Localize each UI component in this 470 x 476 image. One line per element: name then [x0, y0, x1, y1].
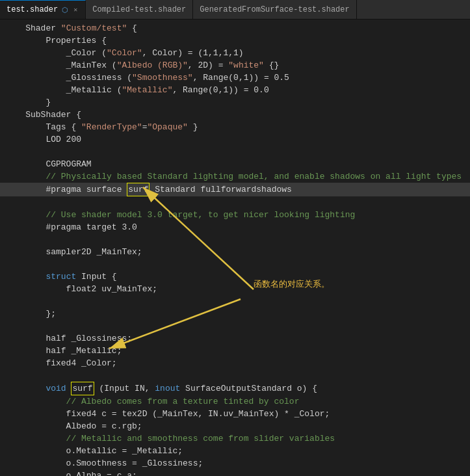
code-line: [0, 295, 470, 308]
code-line: fixed4 _Color;: [0, 357, 470, 369]
tab-icon: ⬡: [62, 6, 68, 14]
code-line: };: [0, 308, 470, 320]
code-line: #pragma target 3.0: [0, 221, 470, 233]
code-line: // Physically based Standard lighting mo…: [0, 170, 470, 183]
code-line: o.Alpha = c.a;: [0, 469, 470, 476]
code-line: half _Metallic;: [0, 345, 470, 357]
tab-label: GeneratedFromSurface-test.shader: [200, 5, 349, 14]
code-line: [0, 146, 470, 158]
code-line: // Use shader model 3.0 target, to get n…: [0, 209, 470, 221]
code-line: _MainTex ("Albedo (RGB)", 2D) = "white" …: [0, 59, 470, 72]
code-line: [0, 196, 470, 209]
code-line: o.Smoothness = _Glossiness;: [0, 457, 470, 469]
code-line: struct Input {: [0, 271, 470, 283]
code-line: // Albedo comes from a texture tinted by…: [0, 395, 470, 408]
code-line-pragma-surface: #pragma surface surf Standard fullforwar…: [0, 183, 470, 196]
code-line: CGPROGRAM: [0, 158, 470, 170]
tab-compiled[interactable]: Compiled-test.shader: [86, 0, 193, 19]
code-line: Shader "Custom/test" {: [0, 22, 470, 34]
code-line: _Metallic ("Metallic", Range(0,1)) = 0.0: [0, 84, 470, 96]
code-line-void-surf: void surf (Input IN, inout SurfaceOutput…: [0, 382, 470, 395]
tab-bar: test.shader ⬡ ✕ Compiled-test.shader Gen…: [0, 0, 470, 20]
code-line: LOD 200: [0, 133, 470, 146]
code-line: [0, 233, 470, 246]
code-line: Properties {: [0, 34, 470, 47]
tab-test-shader[interactable]: test.shader ⬡ ✕: [0, 0, 86, 19]
tab-label: test.shader: [7, 5, 58, 14]
code-line: Albedo = c.rgb;: [0, 420, 470, 432]
code-line: [0, 258, 470, 271]
code-line: [0, 369, 470, 382]
code-line: _Color ("Color", Color) = (1,1,1,1): [0, 47, 470, 59]
code-line: }: [0, 96, 470, 109]
tab-close[interactable]: ✕: [72, 5, 79, 14]
code-line: SubShader {: [0, 109, 470, 121]
code-line: _Glossiness ("Smoothness", Range(0,1)) =…: [0, 72, 470, 84]
code-line: Tags { "RenderType"="Opaque" }: [0, 121, 470, 133]
code-line: sampler2D _MainTex;: [0, 246, 470, 258]
code-line: fixed4 c = tex2D (_MainTex, IN.uv_MainTe…: [0, 408, 470, 420]
code-line: // Metallic and smoothness come from sli…: [0, 432, 470, 445]
code-line: float2 uv_MainTex;: [0, 283, 470, 295]
tab-generated[interactable]: GeneratedFromSurface-test.shader: [193, 0, 356, 19]
code-line: [0, 320, 470, 332]
code-line: half _Glossiness;: [0, 332, 470, 345]
code-area: Shader "Custom/test" { Properties { _Col…: [0, 20, 470, 476]
tab-label: Compiled-test.shader: [92, 5, 186, 14]
code-line: o.Metallic = _Metallic;: [0, 445, 470, 457]
